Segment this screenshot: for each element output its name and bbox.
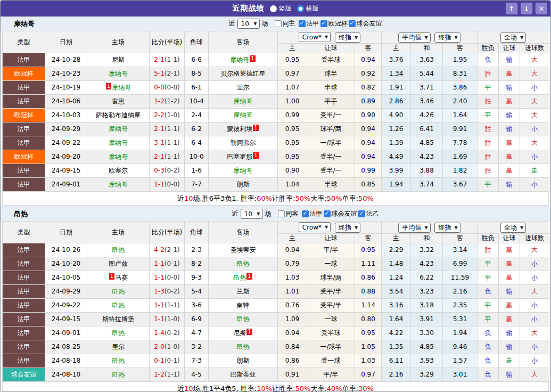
- result-wdl-cell: 平: [478, 178, 499, 192]
- fulltime-score: 0-1: [154, 357, 165, 364]
- league-filter-ligue1[interactable]: 法甲: [299, 19, 319, 28]
- avg-away-cell: 5.31: [443, 313, 478, 326]
- col-header-away: 客场: [209, 222, 278, 243]
- away-team-cell: 昂热1: [209, 271, 278, 285]
- avg-final-value: 终指: [438, 33, 451, 42]
- odds-source-select[interactable]: Crow*▼: [299, 222, 331, 232]
- home-team-cell: 昂热: [87, 354, 150, 368]
- halftime-score: (0-2): [165, 167, 180, 174]
- result-wdl-cell: 胜: [478, 243, 499, 257]
- checkbox-icon[interactable]: [358, 210, 365, 217]
- checkbox-icon[interactable]: [278, 210, 285, 217]
- odds-final-select[interactable]: 终指▼: [335, 32, 360, 43]
- home-team-cell: 摩纳哥: [87, 178, 150, 192]
- league-filter-friendly[interactable]: 球会友谊: [349, 19, 382, 28]
- odds-home-cell: 1.03: [278, 271, 307, 285]
- recent-count-select[interactable]: 10 ▼: [241, 209, 263, 219]
- result-ou-cell: 大: [520, 368, 549, 382]
- home-team-cell: 昂热: [87, 243, 150, 257]
- col-header-corner: 角球: [185, 222, 209, 243]
- fulltime-select[interactable]: 全场▼: [500, 32, 526, 43]
- match-row: 法甲24-09-15斯特拉斯堡1-1(1-0)6-9昂热1.09一球0.801.…: [3, 313, 549, 326]
- avg-home-cell: 3.99: [382, 164, 411, 178]
- home-team-cell: 摩纳哥: [87, 150, 150, 164]
- team-name: 图卢兹: [109, 260, 128, 267]
- match-row: 法甲24-10-28尼斯2-1(1-1)6-6摩纳哥10.95受半球0.943.…: [3, 53, 549, 67]
- score-cell: 1-1(1-0): [150, 313, 185, 326]
- league-filter-ligue2[interactable]: 法乙: [358, 209, 379, 218]
- odds-final-value: 终指: [339, 223, 351, 232]
- corner-cell: 10-4: [185, 95, 209, 109]
- avg-home-cell: 2.86: [382, 95, 411, 109]
- score-cell: 1-4(0-2): [150, 326, 185, 340]
- move-down-button[interactable]: ↓: [521, 3, 532, 14]
- fulltime-select[interactable]: 全场▼: [500, 223, 526, 233]
- checkbox-icon[interactable]: [324, 210, 331, 217]
- recent-count-select[interactable]: 10 ▼: [237, 19, 260, 29]
- corner-cell: 6-4: [185, 136, 209, 150]
- home-team-cell: 1摩纳哥: [87, 81, 150, 95]
- team-name: 昂热: [112, 357, 125, 364]
- same-away-filter[interactable]: 同客: [278, 209, 299, 218]
- checkbox-icon[interactable]: [275, 20, 282, 27]
- match-row: 法甲24-10-051马赛1-1(0-0)9-3昂热11.03球半/两0.861…: [3, 271, 549, 285]
- result-ou-cell: 大: [520, 243, 549, 257]
- move-up-button[interactable]: ↑: [506, 3, 517, 14]
- halftime-score: (1-1): [165, 139, 180, 146]
- avg-final-select[interactable]: 终指▼: [434, 223, 460, 233]
- layout-radio-horizontal[interactable]: 横版: [297, 4, 319, 13]
- checkbox-icon[interactable]: [302, 210, 309, 217]
- avg-source-select[interactable]: 平均值▼: [398, 223, 430, 233]
- corner-cell: 7-7: [185, 178, 209, 192]
- team-name: 里尔: [237, 84, 250, 91]
- summary-segment: 60%: [257, 194, 272, 202]
- halftime-score: (0-0): [165, 84, 180, 91]
- avg-final-select[interactable]: 终指▼: [434, 32, 460, 43]
- match-row: 法甲24-09-22昂热1-1(1-1)3-6南特0.76受平/半1.143.1…: [3, 299, 549, 313]
- league-filter-friendly[interactable]: 球会友谊: [324, 209, 357, 218]
- odds-group-header: Crow*▼ 终指▼: [278, 222, 382, 234]
- close-button[interactable]: ✕: [536, 3, 547, 14]
- odds-away-cell: 1.11: [355, 257, 382, 271]
- match-date-cell: 24-09-01: [45, 326, 87, 340]
- result-handicap-cell: 输: [499, 109, 520, 123]
- avg-source-select[interactable]: 平均值▼: [398, 32, 430, 43]
- same-home-filter[interactable]: 同主: [275, 19, 295, 28]
- layout-radio-vertical[interactable]: 竖版: [270, 4, 292, 13]
- match-row: 法甲24-10-191摩纳哥0-0(0-0)6-1里尔1.07半球0.821.9…: [3, 81, 549, 95]
- checkbox-icon[interactable]: [320, 20, 327, 27]
- league-filter-ucl[interactable]: 欧冠杯: [320, 19, 348, 28]
- team-name: 摩纳哥: [109, 125, 128, 133]
- score-cell: 5-1(2-1): [150, 67, 185, 81]
- odds-final-select[interactable]: 终指▼: [335, 223, 360, 233]
- result-wdl-cell: 负: [478, 368, 499, 382]
- col-header-away: 客场: [209, 31, 278, 53]
- home-team-cell: 斯特拉斯堡: [87, 313, 150, 326]
- checkbox-icon[interactable]: [349, 20, 356, 27]
- result-handicap-cell: 赢: [499, 164, 520, 178]
- red-card-badge: 1: [106, 83, 111, 89]
- team-name: 萨格勒布迪纳摩: [96, 111, 141, 119]
- halftime-score: (1-0): [165, 315, 180, 323]
- recent-count-value: 10: [244, 210, 252, 218]
- odds-home-cell: 0.76: [278, 299, 307, 313]
- chevron-down-icon: ▼: [325, 35, 328, 39]
- fulltime-score: 2-1: [154, 56, 165, 63]
- col-header-score: 比分(半场): [150, 31, 185, 53]
- result-ou-cell: 大: [520, 95, 549, 109]
- col-header-date: 日期: [45, 31, 87, 53]
- home-team-cell: 1马赛: [87, 271, 150, 285]
- odds-source-select[interactable]: Crow*▼: [299, 32, 331, 42]
- result-ou-cell: 大: [520, 109, 549, 123]
- score-cell: 1-2(1-1): [150, 368, 185, 382]
- result-handicap-cell: 输: [499, 123, 520, 136]
- subcol-goals: 进球数: [520, 44, 549, 53]
- match-row: 法甲24-09-01摩纳哥1-1(0-0)7-7朗斯1.04半球0.851.94…: [3, 178, 549, 192]
- avg-group-header: 平均值▼ 终指▼: [382, 222, 478, 234]
- team-section-header-angers: 昂热 近 10 ▼ 场 同客 法甲 球会友谊 法乙: [1, 207, 550, 221]
- summary-segment: 30%: [358, 385, 374, 392]
- avg-draw-cell: 5.44: [411, 67, 443, 81]
- checkbox-icon[interactable]: [299, 20, 306, 27]
- avg-away-cell: 3.86: [443, 81, 478, 95]
- league-filter-ligue1[interactable]: 法甲: [302, 209, 323, 218]
